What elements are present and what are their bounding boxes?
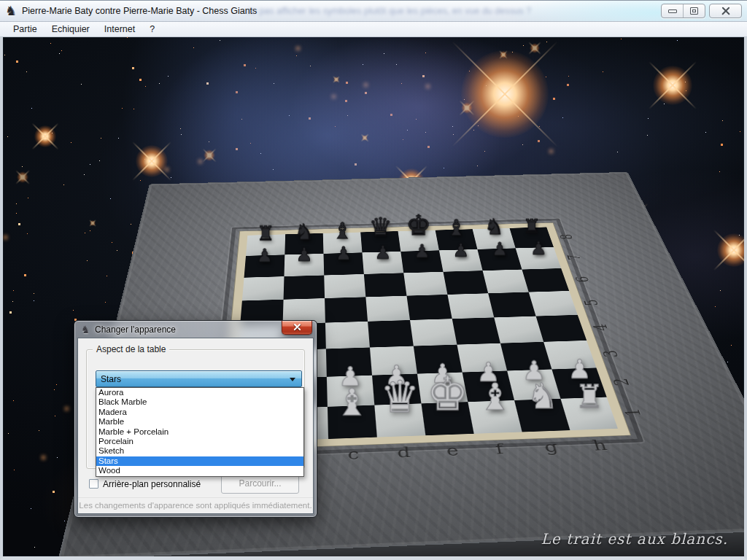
dialog-close-button[interactable] — [282, 321, 312, 335]
square-g7[interactable] — [477, 248, 522, 271]
rank-label-8: 8 — [557, 234, 576, 240]
change-appearance-dialog: ♞ Changer l'apparence Aspect de la table… — [74, 320, 317, 518]
minimize-button[interactable] — [662, 4, 683, 18]
list-item-black-marble[interactable]: Black Marble — [96, 397, 303, 407]
square-b6[interactable] — [284, 276, 325, 300]
list-item-marble-porcelain[interactable]: Marble + Porcelain — [96, 427, 303, 437]
menu-item-partie[interactable]: Partie — [6, 23, 44, 36]
square-e6[interactable] — [403, 272, 447, 296]
piece-white-bishop-f1[interactable]: ♝ — [471, 376, 519, 419]
list-item-aurora[interactable]: Aurora — [96, 388, 303, 397]
square-e4[interactable] — [410, 319, 457, 346]
piece-white-knight-g1[interactable]: ♞ — [519, 376, 566, 417]
close-icon — [721, 7, 730, 15]
square-d4[interactable] — [368, 320, 414, 348]
menu-bar: PartieEchiquierInternet? — [0, 22, 747, 37]
appearance-dropdown-list: AuroraBlack MarbleMaderaMarbleMarble + P… — [96, 387, 304, 477]
square-d5[interactable] — [365, 296, 410, 322]
square-f5[interactable] — [447, 293, 494, 319]
window-title: Pierre-Marie Baty contre Pierre-Marie Ba… — [22, 6, 257, 16]
square-g8[interactable] — [473, 228, 516, 249]
square-g4[interactable] — [494, 316, 543, 343]
square-b7[interactable] — [284, 254, 324, 276]
piece-white-rook-h1[interactable]: ♜ — [565, 377, 613, 416]
square-c7[interactable] — [323, 252, 363, 275]
appearance-combobox[interactable]: Stars — [96, 370, 302, 387]
ghost-dialog-remnant-text: ne pas afficher les symboles plutôt que … — [247, 6, 684, 16]
dialog-body: Aspect de la table Stars AuroraBlack Mar… — [77, 338, 314, 514]
combobox-value: Stars — [101, 374, 121, 384]
piece-white-queen-d1[interactable]: ♛ — [376, 372, 424, 422]
square-h8[interactable] — [510, 227, 554, 248]
restore-icon — [690, 7, 698, 15]
list-item-marble[interactable]: Marble — [96, 417, 303, 427]
square-c8[interactable] — [323, 233, 363, 254]
minmax-group — [661, 4, 705, 18]
rank-label-7: 7 — [564, 254, 584, 260]
custom-background-label: Arrière-plan personnalisé — [103, 479, 201, 489]
square-h6[interactable] — [522, 268, 569, 292]
list-item-wood[interactable]: Wood — [96, 466, 303, 475]
turn-indicator-text: Le trait est aux blancs. — [541, 530, 728, 548]
rank-label-6: 6 — [572, 276, 593, 283]
browse-button[interactable]: Parcourir... — [221, 474, 299, 494]
square-d8[interactable] — [360, 231, 400, 252]
square-h7[interactable] — [516, 247, 561, 270]
square-a7[interactable] — [244, 254, 285, 277]
close-button[interactable] — [709, 4, 742, 18]
square-h5[interactable] — [529, 291, 578, 316]
square-e8[interactable] — [398, 230, 439, 252]
list-item-porcelain[interactable]: Porcelain — [96, 437, 303, 446]
square-a8[interactable] — [246, 234, 285, 256]
table-right-edge — [622, 172, 747, 560]
square-c6[interactable] — [324, 274, 365, 298]
square-f8[interactable] — [436, 229, 478, 250]
square-g5[interactable] — [488, 292, 535, 318]
piece-white-king-e1[interactable]: ♚ — [424, 367, 472, 420]
app-icon: ♞ — [5, 4, 17, 18]
piece-white-bishop-c1[interactable]: ♝ — [328, 380, 376, 424]
menu-item-help[interactable]: ? — [142, 23, 162, 36]
square-c5[interactable] — [325, 297, 368, 322]
custom-background-checkbox[interactable] — [89, 479, 98, 489]
square-a6[interactable] — [242, 276, 285, 300]
square-b8[interactable] — [285, 233, 323, 254]
menu-item-echiquier[interactable]: Echiquier — [44, 23, 97, 36]
groupbox-label: Aspect de la table — [93, 344, 169, 354]
dialog-status-text: Les changements d'apparence sont appliqu… — [78, 497, 313, 513]
square-h4[interactable] — [536, 315, 587, 342]
maximize-button[interactable] — [683, 4, 705, 18]
square-d6[interactable] — [364, 273, 407, 297]
square-f6[interactable] — [444, 271, 489, 295]
list-item-sketch[interactable]: Sketch — [96, 446, 303, 456]
minimize-icon — [668, 9, 677, 13]
dialog-knight-icon: ♞ — [81, 324, 90, 335]
square-e5[interactable] — [406, 295, 452, 320]
rank-label-3: 3 — [599, 350, 623, 358]
square-e7[interactable] — [400, 250, 443, 273]
square-f7[interactable] — [439, 249, 483, 272]
chevron-down-icon — [290, 378, 295, 381]
square-g6[interactable] — [483, 270, 529, 294]
dialog-title: Changer l'apparence — [95, 324, 176, 335]
menu-item-internet[interactable]: Internet — [97, 23, 142, 36]
list-item-madera[interactable]: Madera — [96, 408, 303, 417]
list-item-stars[interactable]: Stars — [96, 456, 303, 466]
window-controls — [661, 4, 742, 18]
square-d7[interactable] — [362, 252, 403, 274]
title-bar: ♞ Pierre-Marie Baty contre Pierre-Marie … — [0, 0, 747, 22]
dialog-close-icon — [293, 324, 301, 332]
